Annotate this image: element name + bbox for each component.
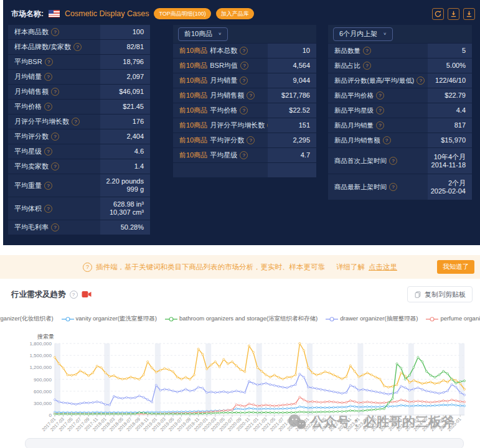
- help-icon[interactable]: ?: [376, 121, 384, 129]
- notice-more-label: 详细了解: [336, 263, 365, 272]
- help-icon[interactable]: ?: [51, 223, 59, 231]
- trend-chart[interactable]: 0300,000600,000900,0001,200,0001,500,000…: [0, 331, 480, 443]
- stat-value: $15,970: [428, 133, 472, 148]
- stat-label: 月均销量?: [8, 70, 100, 85]
- copy-to-clipboard-button[interactable]: 复制到剪贴板: [407, 286, 473, 302]
- help-icon[interactable]: ?: [363, 47, 371, 55]
- help-icon[interactable]: ?: [51, 28, 59, 36]
- top-products-select[interactable]: 前10商品∨: [178, 27, 228, 41]
- help-icon[interactable]: ?: [44, 103, 52, 111]
- stat-value-line2: 2014-11-18: [431, 161, 466, 169]
- svg-text:1,500,000: 1,500,000: [29, 353, 52, 358]
- legend-item-2[interactable]: bathroom organizers and storage(浴室组织者和存储…: [165, 315, 318, 323]
- stat-value-line1: 628.98 in³: [113, 200, 144, 208]
- stat-label: 前10商品样本总数?: [173, 44, 268, 58]
- help-icon[interactable]: ?: [247, 91, 255, 100]
- notice-link[interactable]: 点击这里: [369, 263, 397, 272]
- stat-label-text: 新品占比: [334, 62, 360, 70]
- help-icon[interactable]: ?: [383, 136, 391, 144]
- dropdown-value: 6个月内上架: [339, 29, 377, 39]
- industry-trend-card: 行业需求及趋势 ? 复制到剪贴板 makeup organizer(化妆组织者)…: [0, 279, 480, 448]
- stat-row: 前10商品平均价格?$22.52: [173, 103, 316, 118]
- stat-label: 样本商品数?: [8, 25, 100, 40]
- stat-label-text: BSR均值: [210, 61, 238, 70]
- help-icon[interactable]: ?: [44, 73, 52, 81]
- help-icon[interactable]: ?: [73, 43, 82, 51]
- dropdown-row: 前10商品∨: [173, 25, 316, 44]
- help-icon[interactable]: ?: [72, 118, 80, 126]
- market-name-link[interactable]: Cosmetic Display Cases: [65, 9, 149, 18]
- help-icon[interactable]: ?: [363, 62, 371, 70]
- help-icon[interactable]: ?: [70, 291, 78, 299]
- help-icon[interactable]: ?: [240, 106, 248, 114]
- stat-label-text: 新品月均销量: [334, 121, 374, 130]
- stat-value-line1: 2.20 pounds: [106, 177, 144, 185]
- header-actions: [432, 8, 475, 20]
- help-icon[interactable]: ?: [240, 77, 248, 85]
- got-it-button[interactable]: 我知道了: [437, 260, 474, 274]
- stat-label: 前10商品平均价格?: [173, 103, 268, 118]
- help-icon[interactable]: ?: [44, 147, 52, 156]
- stat-label-text: 平均重量: [14, 181, 42, 190]
- stat-value: 122/46/10: [428, 73, 472, 88]
- refresh-button[interactable]: [432, 8, 444, 20]
- stat-value: 10年4个月2014-11-18: [428, 148, 472, 174]
- help-icon[interactable]: ?: [416, 77, 425, 85]
- stat-label-text: 平均体积: [14, 204, 42, 213]
- stat-label-text: 平均BSR: [14, 57, 42, 67]
- stat-value: 4,564: [268, 58, 316, 73]
- help-icon[interactable]: ?: [376, 91, 384, 100]
- legend-item-0[interactable]: makeup organizer(化妆组织者): [0, 315, 54, 323]
- notice-text: 插件端，基于关键词和类目下商品列表的市场分析，更实时、样本更可靠: [96, 263, 325, 272]
- svg-text:900,000: 900,000: [34, 377, 52, 383]
- help-icon[interactable]: ?: [376, 106, 384, 114]
- add-to-library-badge[interactable]: 加入产品库: [216, 8, 254, 19]
- legend-item-4[interactable]: perfume organizer(香水组织者): [426, 315, 480, 323]
- legend-item-1[interactable]: vanity organizer(盥洗室整理器): [62, 315, 157, 323]
- stat-value-line1: 10年4个月: [434, 153, 466, 161]
- help-icon[interactable]: ?: [240, 62, 248, 70]
- help-icon[interactable]: ?: [51, 133, 59, 141]
- stat-row: 平均评分数?2,404: [8, 129, 150, 144]
- svg-text:搜索量: 搜索量: [37, 334, 54, 340]
- stat-value: 2,295: [268, 133, 316, 148]
- help-icon[interactable]: ?: [44, 182, 52, 190]
- stat-value: 4.6: [100, 144, 150, 159]
- help-icon[interactable]: ?: [45, 58, 53, 66]
- legend-item-3[interactable]: drawer organizer(抽屉整理器): [326, 315, 418, 323]
- stat-row: 商品最新上架时间?2个月2025-02-04: [328, 174, 472, 200]
- stat-row: 平均价格?$21.45: [8, 100, 150, 114]
- new-arrival-period-select[interactable]: 6个月内上架∨: [333, 27, 393, 41]
- legend-marker-icon: [165, 316, 177, 322]
- top-products-badge[interactable]: TOP商品明细(100): [154, 8, 210, 19]
- export-button[interactable]: [463, 8, 475, 20]
- help-icon[interactable]: ?: [51, 162, 59, 170]
- stat-label: 新品占比?: [328, 58, 428, 73]
- stat-label: 前10商品平均评分数?: [173, 133, 268, 148]
- stat-label: 平均卖家数?: [8, 159, 100, 174]
- stat-value: $22.52: [268, 103, 316, 118]
- download-icon: [465, 10, 473, 18]
- help-icon[interactable]: ?: [240, 47, 248, 55]
- help-icon[interactable]: ?: [240, 151, 248, 159]
- help-icon[interactable]: ?: [389, 183, 397, 191]
- stat-label: 新品平均价格?: [328, 88, 428, 103]
- download-button[interactable]: [448, 8, 459, 20]
- stat-label-text: 平均评分数: [210, 136, 244, 145]
- copy-button-label: 复制到剪贴板: [425, 290, 466, 299]
- stat-row: 月均销量?2,097: [8, 70, 150, 85]
- video-icon[interactable]: [82, 291, 92, 298]
- sample-stats-group: 样本商品数?100样本品牌数/卖家数?82/81平均BSR?18,796月均销量…: [8, 25, 150, 235]
- legend-label: bathroom organizers and storage(浴室组织者和存储…: [179, 315, 318, 323]
- help-icon[interactable]: ?: [389, 157, 397, 165]
- stat-value: 2个月2025-02-04: [428, 174, 472, 200]
- svg-text:1,200,000: 1,200,000: [29, 365, 52, 370]
- stat-row: 平均体积?628.98 in³10,307 cm³: [8, 197, 150, 220]
- stat-row: 前10商品月均销售额?$217,786: [173, 88, 316, 103]
- help-icon[interactable]: ?: [51, 88, 59, 96]
- stat-label-text: 新品平均星级: [334, 106, 374, 115]
- help-icon[interactable]: ?: [247, 136, 255, 144]
- help-icon[interactable]: ?: [44, 205, 52, 213]
- chart-datazoom-slider[interactable]: [25, 438, 464, 448]
- svg-text:300,000: 300,000: [34, 401, 52, 406]
